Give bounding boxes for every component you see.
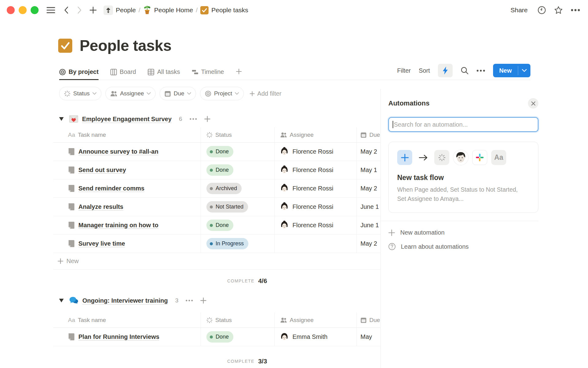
new-button[interactable]: New (493, 64, 518, 77)
plus-icon (236, 68, 242, 75)
assignee-avatar (280, 184, 289, 193)
status-pill[interactable]: In Progress (206, 238, 248, 249)
status-pill[interactable]: Done (206, 331, 233, 343)
new-automation-button[interactable]: New automation (388, 229, 538, 236)
tab-by-project[interactable]: By project (59, 68, 99, 80)
task-link[interactable]: Analyze results (78, 203, 123, 210)
breadcrumb-label: People Home (154, 6, 193, 14)
add-view-button[interactable] (236, 68, 242, 80)
column-header-status[interactable]: Status (201, 127, 275, 142)
timeline-icon (192, 69, 198, 75)
ellipsis-icon (477, 70, 485, 72)
favorite-star-button[interactable] (554, 6, 563, 14)
close-panel-button[interactable] (528, 98, 538, 109)
search-view-button[interactable] (461, 67, 469, 75)
back-chevron-icon (64, 6, 68, 14)
status-pill[interactable]: Archived (206, 183, 242, 194)
more-options-button[interactable] (571, 9, 580, 11)
status-action-icon (434, 150, 449, 165)
collapse-triangle-icon[interactable] (59, 299, 64, 302)
ellipsis-icon (186, 300, 193, 301)
page-icon (68, 185, 75, 192)
group-add-row-button[interactable] (200, 297, 206, 304)
close-window-button[interactable] (7, 6, 15, 14)
plus-icon (200, 297, 206, 304)
add-filter-button[interactable]: Add filter (250, 90, 281, 97)
back-button[interactable] (61, 5, 72, 16)
task-link[interactable]: Survey live time (78, 240, 125, 247)
people-icon (280, 317, 287, 323)
task-link[interactable]: Send reminder comms (78, 185, 145, 192)
column-header-status[interactable]: Status (201, 312, 275, 328)
assignee-avatar (280, 202, 289, 212)
column-header-assignee[interactable]: Assignee (275, 127, 357, 142)
sidebar-toggle-button[interactable] (45, 5, 56, 16)
sort-button[interactable]: Sort (419, 67, 430, 74)
new-button-dropdown[interactable] (518, 64, 530, 77)
automations-panel: Automations (380, 89, 588, 368)
updates-clock-button[interactable] (537, 6, 546, 14)
status-pill[interactable]: Not Started (206, 201, 248, 213)
text-property-icon: Aa (491, 150, 506, 165)
task-link[interactable]: Send out survey (78, 167, 126, 174)
minimize-window-button[interactable] (19, 6, 27, 14)
group-title[interactable]: Employee Engagement Survey (82, 116, 172, 123)
group-count: 3 (175, 297, 179, 304)
assignee-avatar (280, 147, 289, 156)
status-pill[interactable]: Done (206, 146, 233, 157)
people-icon (110, 91, 117, 97)
new-page-button[interactable] (88, 5, 99, 16)
forward-button[interactable] (74, 5, 85, 16)
chevron-down-icon (187, 92, 191, 95)
tab-timeline[interactable]: Timeline (192, 68, 224, 80)
column-header-assignee[interactable]: Assignee (275, 312, 357, 328)
status-burst-icon (206, 317, 213, 323)
filter-chip-assignee[interactable]: Assignee (105, 87, 156, 100)
group-options-button[interactable] (186, 300, 193, 301)
page-icon (68, 167, 75, 174)
automations-bolt-button[interactable] (438, 64, 453, 77)
status-pill[interactable]: Done (206, 220, 233, 231)
topbar-actions: Share (509, 5, 580, 15)
group-add-row-button[interactable] (204, 116, 210, 122)
learn-about-automations-link[interactable]: Learn about automations (388, 243, 538, 250)
column-header-task-name[interactable]: AaTask name (53, 312, 201, 328)
tab-all-tasks[interactable]: All tasks (148, 68, 180, 80)
group-count: 6 (179, 116, 182, 122)
group-title[interactable]: Ongoing: Interviewer training (82, 297, 168, 304)
breadcrumb-label: People (116, 6, 136, 14)
task-link[interactable]: Plan for Running Interviews (78, 333, 159, 340)
tab-board[interactable]: Board (110, 68, 136, 80)
table-icon (148, 69, 154, 75)
page-icon (68, 203, 75, 211)
ellipsis-icon (190, 118, 197, 120)
filter-chip-status[interactable]: Status (59, 87, 101, 100)
slack-logo-icon (472, 150, 487, 165)
automation-search-input[interactable] (388, 117, 538, 132)
automation-card-new-task-flow[interactable]: Aa New task flow When Page added, Set St… (388, 142, 538, 213)
column-header-task-name[interactable]: AaTask name (53, 127, 201, 142)
teamspace-flower-icon (104, 6, 113, 15)
automations-panel-title: Automations (388, 99, 429, 107)
page-icon (68, 333, 75, 341)
status-pill[interactable]: Done (206, 164, 233, 176)
view-options-button[interactable] (477, 70, 485, 72)
filter-button[interactable]: Filter (397, 67, 411, 74)
breadcrumb-item-people-home[interactable]: People Home (141, 5, 195, 15)
task-link[interactable]: Manager training on how to (78, 222, 158, 229)
page-icon (68, 148, 75, 155)
board-icon (110, 69, 117, 75)
arrow-right-icon (419, 154, 428, 161)
breadcrumb-item-people-tasks[interactable]: People tasks (198, 5, 250, 15)
lightning-bolt-icon (442, 66, 448, 75)
share-button[interactable]: Share (509, 5, 530, 15)
task-link[interactable]: Announce survey to #all-an (78, 148, 158, 155)
filter-chip-project[interactable]: Project (200, 87, 244, 100)
speech-balloons-emoji (69, 297, 78, 305)
window-controls (7, 6, 39, 14)
breadcrumb-item-people[interactable]: People (102, 5, 138, 16)
collapse-triangle-icon[interactable] (59, 117, 64, 121)
filter-chip-due[interactable]: Due (160, 87, 196, 100)
group-options-button[interactable] (190, 118, 197, 120)
zoom-window-button[interactable] (31, 6, 39, 14)
